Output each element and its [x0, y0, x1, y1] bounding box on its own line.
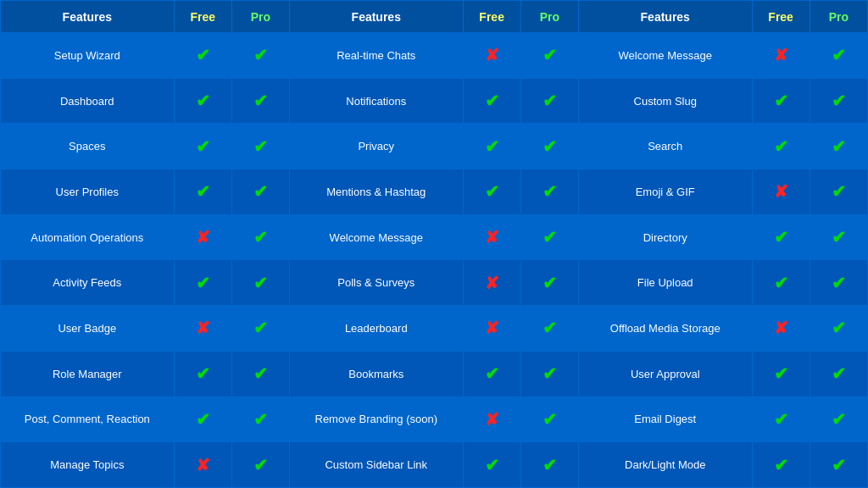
col2-pro-cell: ✔: [520, 442, 578, 488]
col3-free-cell: ✔: [752, 78, 810, 124]
col1-feature-cell: User Badge: [1, 306, 175, 352]
col3-pro-cell: ✔: [810, 260, 867, 306]
col1-feature-cell: Role Manager: [1, 351, 175, 396]
table-row: Role Manager ✔ ✔ Bookmarks ✔ ✔ User Appr…: [1, 351, 868, 396]
col2-feature-cell: Welcome Message: [289, 214, 463, 260]
col1-feature-cell: Automation Operations: [1, 214, 175, 260]
col1-pro-cell: ✔: [231, 442, 289, 488]
col2-feature-cell: Polls & Surveys: [289, 260, 463, 306]
col1-free-cell: ✘: [174, 306, 231, 352]
col2-free-cell: ✔: [463, 351, 520, 396]
col1-feature-cell: User Profiles: [1, 169, 175, 215]
col3-pro-cell: ✔: [810, 169, 867, 215]
col3-feature-cell: Welcome Message: [578, 33, 752, 79]
table-row: Setup Wizard ✔ ✔ Real-time Chats ✘ ✔ Wel…: [1, 33, 868, 79]
col1-free-cell: ✔: [174, 260, 231, 306]
col1-feature-cell: Activity Feeds: [1, 260, 175, 306]
col2-free-cell: ✘: [463, 306, 520, 352]
col2-pro-header: Pro: [520, 1, 578, 33]
col2-pro-cell: ✔: [520, 78, 578, 124]
col3-pro-cell: ✔: [810, 351, 867, 396]
col1-free-cell: ✘: [174, 442, 231, 488]
col2-free-cell: ✔: [463, 124, 520, 169]
col1-free-cell: ✔: [174, 124, 231, 169]
table-row: Post, Comment, Reaction ✔ ✔ Remove Brand…: [1, 396, 868, 442]
col3-feature-cell: Offload Media Storage: [578, 306, 752, 352]
col2-pro-cell: ✔: [520, 169, 578, 215]
col3-free-header: Free: [752, 1, 810, 33]
col2-pro-cell: ✔: [520, 33, 578, 79]
col3-free-cell: ✔: [752, 124, 810, 169]
col3-feature-cell: Dark/Light Mode: [578, 442, 752, 488]
col1-free-cell: ✔: [174, 169, 231, 215]
col2-free-header: Free: [463, 1, 520, 33]
col1-pro-cell: ✔: [231, 396, 289, 442]
header-row: Features Free Pro Features Free Pro: [1, 1, 868, 33]
table-row: User Badge ✘ ✔ Leaderboard ✘ ✔ Offload M…: [1, 306, 868, 352]
col3-feature-header: Features: [578, 1, 752, 33]
col2-free-cell: ✘: [463, 214, 520, 260]
col3-free-cell: ✔: [752, 351, 810, 396]
col3-pro-cell: ✔: [810, 214, 867, 260]
col3-free-cell: ✘: [752, 33, 810, 79]
col1-pro-cell: ✔: [231, 214, 289, 260]
col3-feature-cell: File Upload: [578, 260, 752, 306]
col2-free-cell: ✔: [463, 442, 520, 488]
col1-feature-cell: Manage Topics: [1, 442, 175, 488]
col2-pro-cell: ✔: [520, 124, 578, 169]
col1-free-header: Free: [174, 1, 231, 33]
col2-pro-cell: ✔: [520, 351, 578, 396]
col2-feature-cell: Bookmarks: [289, 351, 463, 396]
table-row: Manage Topics ✘ ✔ Custom Sidebar Link ✔ …: [1, 442, 868, 488]
col3-free-cell: ✘: [752, 169, 810, 215]
col3-feature-cell: Custom Slug: [578, 78, 752, 124]
table-row: Automation Operations ✘ ✔ Welcome Messag…: [1, 214, 868, 260]
col1-free-cell: ✔: [174, 78, 231, 124]
col2-feature-header: Features: [289, 1, 463, 33]
col1-free-cell: ✘: [174, 214, 231, 260]
col1-pro-cell: ✔: [231, 124, 289, 169]
col3-free-cell: ✘: [752, 306, 810, 352]
col2-pro-cell: ✔: [520, 306, 578, 352]
col1-free-cell: ✔: [174, 33, 231, 79]
table-row: User Profiles ✔ ✔ Mentions & Hashtag ✔ ✔…: [1, 169, 868, 215]
col1-free-cell: ✔: [174, 351, 231, 396]
col3-free-cell: ✔: [752, 396, 810, 442]
col3-pro-cell: ✔: [810, 306, 867, 352]
col2-free-cell: ✘: [463, 260, 520, 306]
comparison-table-wrapper: Features Free Pro Features Free Pro: [0, 0, 868, 488]
col1-feature-header: Features: [1, 1, 175, 33]
col1-pro-cell: ✔: [231, 33, 289, 79]
table-row: Dashboard ✔ ✔ Notifications ✔ ✔ Custom S…: [1, 78, 868, 124]
col3-free-cell: ✔: [752, 260, 810, 306]
col3-free-cell: ✔: [752, 442, 810, 488]
col3-pro-cell: ✔: [810, 124, 867, 169]
col3-pro-cell: ✔: [810, 396, 867, 442]
col2-free-cell: ✔: [463, 169, 520, 215]
col2-pro-cell: ✔: [520, 214, 578, 260]
col2-feature-cell: Remove Branding (soon): [289, 396, 463, 442]
col2-feature-cell: Privacy: [289, 124, 463, 169]
col2-feature-cell: Leaderboard: [289, 306, 463, 352]
col3-feature-cell: Directory: [578, 214, 752, 260]
col2-feature-cell: Mentions & Hashtag: [289, 169, 463, 215]
table-row: Activity Feeds ✔ ✔ Polls & Surveys ✘ ✔ F…: [1, 260, 868, 306]
col3-feature-cell: Search: [578, 124, 752, 169]
col3-pro-cell: ✔: [810, 33, 867, 79]
col3-pro-cell: ✔: [810, 78, 867, 124]
table-body: Setup Wizard ✔ ✔ Real-time Chats ✘ ✔ Wel…: [1, 33, 868, 488]
col3-feature-cell: Email Digest: [578, 396, 752, 442]
col1-pro-header: Pro: [231, 1, 289, 33]
col2-free-cell: ✘: [463, 396, 520, 442]
col3-feature-cell: Emoji & GIF: [578, 169, 752, 215]
col2-free-cell: ✘: [463, 33, 520, 79]
col2-pro-cell: ✔: [520, 396, 578, 442]
col1-feature-cell: Setup Wizard: [1, 33, 175, 79]
col2-feature-cell: Custom Sidebar Link: [289, 442, 463, 488]
col2-feature-cell: Real-time Chats: [289, 33, 463, 79]
col1-pro-cell: ✔: [231, 169, 289, 215]
col1-pro-cell: ✔: [231, 351, 289, 396]
col1-feature-cell: Post, Comment, Reaction: [1, 396, 175, 442]
col3-free-cell: ✔: [752, 214, 810, 260]
col2-feature-cell: Notifications: [289, 78, 463, 124]
